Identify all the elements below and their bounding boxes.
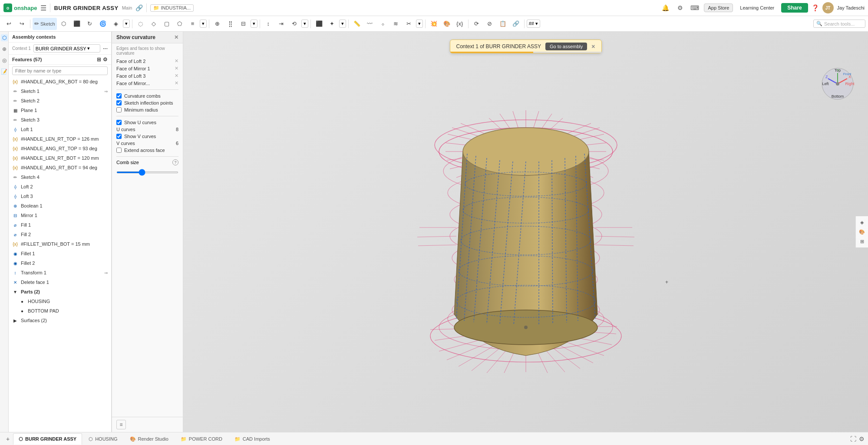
shell-btn[interactable]: ▢ [161, 18, 173, 30]
settings-icon[interactable]: ⚙ [674, 2, 686, 13]
share-button[interactable]: Share [781, 3, 808, 13]
tab-cad-imports[interactable]: 📁 CAD Imports [229, 433, 276, 445]
search-tools-box[interactable]: 🔍 Search tools... [813, 20, 865, 28]
notes-icon[interactable]: 📝 [1, 68, 8, 75]
face-mirror2-remove[interactable]: ✕ [175, 80, 178, 86]
comb-size-slider[interactable] [116, 171, 178, 173]
display-settings-btn[interactable]: ◈ [858, 218, 866, 227]
tab-housing[interactable]: ⬡ HOUSING [83, 433, 123, 445]
pattern-btn[interactable]: ⣿ [224, 18, 237, 30]
draft-analysis-btn[interactable]: ⬦ [377, 18, 389, 30]
feature-item-plane1[interactable]: ▦ Plane 1 [9, 105, 111, 115]
context-select[interactable]: BURR GRINDER ASSY ▾ [33, 44, 100, 53]
feature-item-sketch3[interactable]: ✏ Sketch 3 [9, 115, 111, 125]
show-v-curves-input[interactable] [116, 134, 122, 139]
go-to-assembly-btn[interactable]: Go to assembly [545, 43, 587, 50]
features-filter-input[interactable] [12, 66, 108, 75]
replace-face-btn[interactable]: ⟲ [288, 18, 300, 30]
more-ref-dropdown[interactable]: ▾ [339, 20, 346, 28]
bottom-expand-icon[interactable]: ⛶ [850, 435, 856, 442]
expand-all-icon[interactable]: ⊞ [97, 56, 101, 63]
curvature-list-btn[interactable]: ≡ [116, 420, 126, 429]
context-more-btn[interactable]: ··· [103, 45, 108, 52]
context-banner-close[interactable]: × [591, 43, 595, 50]
tab-burr-grinder[interactable]: ⬡ BURR GRINDER ASSY [13, 433, 82, 445]
undo-history-btn[interactable]: ⟳ [471, 18, 483, 30]
loft-btn[interactable]: ◈ [110, 18, 122, 30]
add-tab-btn[interactable]: + [3, 435, 12, 443]
feature-item-transform1[interactable]: ↕ Transform 1 ⇒ [9, 268, 111, 277]
mate-btn[interactable]: ✦ [326, 18, 338, 30]
feature-item-parts-group[interactable]: ▼ Parts (2) [9, 287, 111, 297]
fillet-btn[interactable]: ◌ [135, 18, 147, 30]
more-face-dropdown[interactable]: ▾ [301, 20, 308, 28]
link-custom-btn[interactable]: 🔗 [510, 18, 522, 30]
feature-item-loft1[interactable]: ⟠ Loft 1 [9, 125, 111, 134]
feature-item-fillet2[interactable]: ◉ Fillet 2 [9, 258, 111, 268]
view-options-btn[interactable]: ⊞ [858, 237, 866, 246]
logo[interactable]: o onshape [3, 3, 37, 12]
app-store-button[interactable]: App Store [704, 3, 733, 12]
extrude-btn[interactable]: ⬛ [71, 18, 83, 30]
render-mode-btn[interactable]: 🎨 [858, 227, 866, 236]
link-icon[interactable]: 🔗 [135, 4, 143, 11]
feature-item-fillet-width[interactable]: {x} #FILLET_WIDTH_BOT = 15 mm [9, 239, 111, 249]
keyboard-shortcut-icon[interactable]: ⌨ [689, 2, 700, 13]
show-v-curves-checkbox[interactable]: Show V curves [116, 133, 178, 140]
sketch-inflection-checkbox[interactable]: Sketch inflection points [116, 99, 178, 106]
extend-across-face-input[interactable] [116, 148, 122, 153]
feature-item-sketch4[interactable]: ✏ Sketch 4 [9, 172, 111, 182]
sweep-btn[interactable]: 🌀 [97, 18, 109, 30]
workspace-badge[interactable]: 📁 INDUSTRIA... [150, 4, 194, 12]
more-tools-dropdown[interactable]: ▾ [123, 20, 130, 28]
feature-item-handle-len-top[interactable]: {x} #HANDLE_LEN_RT_TOP = 126 mm [9, 134, 111, 144]
help-icon[interactable]: ❓ [812, 4, 819, 11]
curvature-close-btn[interactable]: ✕ [174, 34, 178, 40]
measure-btn[interactable]: 📏 [351, 18, 363, 30]
feature-item-handle-len-bot[interactable]: {x} #HANDLE_LEN_RT_BOT = 120 mm [9, 153, 111, 163]
feature-item-handle-ang[interactable]: {x} #HANDLE_ANG_RK_BOT = 80 deg [9, 77, 111, 86]
user-avatar[interactable]: JT [822, 2, 834, 13]
hamburger-menu[interactable]: ☰ [40, 4, 46, 12]
learning-center-button[interactable]: Learning Center [736, 4, 778, 12]
draft-btn[interactable]: ⬠ [174, 18, 186, 30]
section-btn[interactable]: ✂ [403, 18, 415, 30]
inspect-icon[interactable]: ◎ [1, 57, 8, 64]
boolean-btn[interactable]: ⊕ [211, 18, 224, 30]
more-ops-dropdown[interactable]: ▾ [251, 20, 257, 28]
sketch-btn[interactable]: ✏ Sketch [33, 18, 57, 30]
viewport[interactable]: Context 1 of BURR GRINDER ASSY Go to ass… [183, 32, 868, 432]
notifications-icon[interactable]: 🔔 [660, 2, 671, 13]
zebra-btn[interactable]: ≋ [390, 18, 402, 30]
assembly-icon[interactable]: ⊕ [1, 46, 8, 53]
minimum-radius-input[interactable] [116, 107, 122, 112]
feature-item-surfaces-group[interactable]: ▶ Surfaces (2) [9, 316, 111, 325]
feature-item-fillet1[interactable]: ◉ Fillet 1 [9, 249, 111, 258]
face-mirror1-remove[interactable]: ✕ [175, 66, 178, 71]
tab-power-cord[interactable]: 📁 POWER CORD [175, 433, 228, 445]
tab-render-studio[interactable]: 🎨 Render Studio [124, 433, 174, 445]
offset-btn[interactable]: ⇥ [275, 18, 287, 30]
feature-item-sketch2[interactable]: ✏ Sketch 2 [9, 96, 111, 105]
axis-widget[interactable]: Top Bottom Right Left Front X Y Z [820, 66, 855, 101]
feature-item-fill2[interactable]: ⌀ Fill 2 [9, 230, 111, 239]
feature-item-delete-face1[interactable]: ✕ Delete face 1 [9, 277, 111, 287]
minimum-radius-checkbox[interactable]: Minimum radius [116, 106, 178, 113]
curvature-btn[interactable]: 〰 [364, 18, 376, 30]
sketch-inflection-input[interactable] [116, 100, 122, 105]
feature-item-mirror1[interactable]: ⊟ Mirror 1 [9, 211, 111, 220]
appearance-btn[interactable]: 🎨 [441, 18, 453, 30]
features-settings-icon[interactable]: ⚙ [103, 56, 108, 63]
feature-item-sketch1[interactable]: ✏ Sketch 1 ⇒ [9, 86, 111, 96]
undo-btn[interactable]: ↩ [3, 18, 15, 30]
revolve-btn[interactable]: ↻ [84, 18, 96, 30]
more-modifiers-dropdown[interactable]: ▾ [200, 20, 207, 28]
bottom-settings-icon[interactable]: ⚙ [859, 435, 865, 442]
face-loft2-remove[interactable]: ✕ [175, 58, 178, 64]
feature-item-loft2[interactable]: ⟠ Loft 2 [9, 182, 111, 191]
redo-btn[interactable]: ↪ [16, 18, 28, 30]
show-u-curves-input[interactable] [116, 120, 122, 125]
feature-item-bottom-pad[interactable]: ● BOTTOM PAD [9, 306, 111, 316]
curvature-combs-checkbox[interactable]: Curvature combs [116, 92, 178, 99]
planes-btn[interactable]: ⬛ [313, 18, 325, 30]
